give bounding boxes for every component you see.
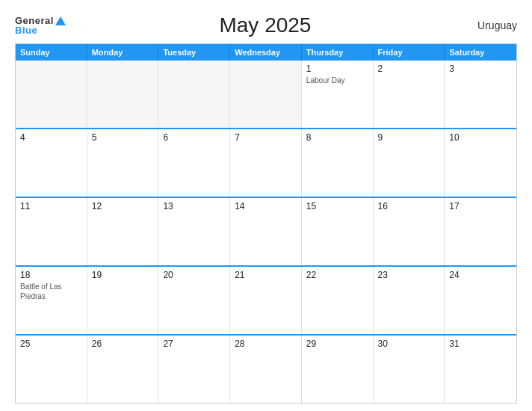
calendar-cell: 11 xyxy=(16,198,87,265)
calendar-cell: 6 xyxy=(158,129,230,197)
calendar-cell: 2 xyxy=(374,61,445,128)
calendar-week: 45678910 xyxy=(16,128,516,197)
calendar-header-cell: Saturday xyxy=(445,44,516,61)
calendar-week: 18Battle of Las Piedras192021222324 xyxy=(16,265,516,334)
calendar-cell: 16 xyxy=(374,198,445,265)
day-number: 27 xyxy=(163,339,225,349)
calendar-header-cell: Monday xyxy=(87,44,159,61)
day-number: 29 xyxy=(306,339,368,349)
calendar-week: 1Labour Day23 xyxy=(16,61,516,128)
day-number: 26 xyxy=(92,339,154,349)
calendar-header-cell: Friday xyxy=(374,44,445,61)
logo-blue: Blue xyxy=(15,25,66,35)
calendar-cell: 14 xyxy=(230,198,302,265)
day-number: 18 xyxy=(20,270,82,280)
day-number: 12 xyxy=(92,201,154,211)
calendar-cell xyxy=(16,61,87,128)
calendar-cell: 27 xyxy=(158,336,230,403)
day-number: 5 xyxy=(92,132,154,143)
day-number: 8 xyxy=(306,132,368,143)
day-number: 6 xyxy=(163,132,225,143)
month-title: May 2025 xyxy=(66,13,465,37)
day-number: 22 xyxy=(306,270,368,280)
calendar-header-cell: Tuesday xyxy=(158,44,230,61)
calendar-cell: 3 xyxy=(445,61,516,128)
day-number: 16 xyxy=(378,201,440,211)
day-number: 23 xyxy=(378,270,440,280)
day-number: 14 xyxy=(235,201,297,211)
calendar-body: 1Labour Day23456789101112131415161718Bat… xyxy=(16,61,516,403)
calendar-cell: 15 xyxy=(302,198,374,265)
day-number: 20 xyxy=(163,270,225,280)
day-number: 24 xyxy=(449,270,512,280)
calendar-cell: 29 xyxy=(302,336,374,403)
page: General Blue May 2025 Uruguay SundayMond… xyxy=(0,0,532,411)
day-number: 25 xyxy=(20,339,82,349)
calendar-cell: 10 xyxy=(445,129,516,197)
day-number: 2 xyxy=(378,64,440,74)
day-number: 11 xyxy=(20,201,82,211)
calendar-cell: 18Battle of Las Piedras xyxy=(16,267,87,334)
calendar-cell: 21 xyxy=(230,267,302,334)
calendar-cell: 30 xyxy=(374,336,445,403)
calendar-cell: 12 xyxy=(87,198,159,265)
calendar-cell: 31 xyxy=(445,336,516,403)
calendar-cell: 7 xyxy=(230,129,302,197)
calendar-cell: 8 xyxy=(302,129,374,197)
logo: General Blue xyxy=(15,16,66,35)
calendar-cell: 25 xyxy=(16,336,87,403)
day-number: 3 xyxy=(449,64,512,74)
calendar-cell: 13 xyxy=(158,198,230,265)
day-event: Labour Day xyxy=(306,75,368,85)
calendar-cell: 26 xyxy=(87,336,159,403)
day-number: 13 xyxy=(163,201,225,211)
calendar-cell xyxy=(158,61,230,128)
calendar-cell: 5 xyxy=(87,129,159,197)
calendar-week: 25262728293031 xyxy=(16,334,516,403)
day-number: 1 xyxy=(306,64,368,74)
calendar-cell xyxy=(87,61,159,128)
calendar-header-cell: Wednesday xyxy=(230,44,302,61)
calendar-cell: 4 xyxy=(16,129,87,197)
day-number: 17 xyxy=(449,201,512,211)
calendar-cell: 22 xyxy=(302,267,374,334)
calendar: SundayMondayTuesdayWednesdayThursdayFrid… xyxy=(15,43,517,404)
calendar-cell: 28 xyxy=(230,336,302,403)
day-number: 21 xyxy=(235,270,297,280)
calendar-header: SundayMondayTuesdayWednesdayThursdayFrid… xyxy=(16,44,516,61)
day-event: Battle of Las Piedras xyxy=(20,282,82,301)
day-number: 9 xyxy=(378,132,440,143)
logo-triangle-icon xyxy=(55,16,66,25)
day-number: 4 xyxy=(20,132,82,143)
calendar-cell: 23 xyxy=(374,267,445,334)
calendar-header-cell: Thursday xyxy=(302,44,374,61)
calendar-cell: 20 xyxy=(158,267,230,334)
calendar-cell: 17 xyxy=(445,198,516,265)
calendar-cell: 24 xyxy=(445,267,516,334)
calendar-cell: 1Labour Day xyxy=(302,61,374,128)
calendar-cell: 19 xyxy=(87,267,159,334)
calendar-header-cell: Sunday xyxy=(16,44,87,61)
day-number: 28 xyxy=(235,339,297,349)
day-number: 31 xyxy=(449,339,512,349)
calendar-cell: 9 xyxy=(374,129,445,197)
day-number: 7 xyxy=(235,132,297,143)
country-label: Uruguay xyxy=(465,19,517,31)
header: General Blue May 2025 Uruguay xyxy=(15,13,517,37)
day-number: 15 xyxy=(306,201,368,211)
calendar-week: 11121314151617 xyxy=(16,197,516,265)
calendar-cell xyxy=(230,61,302,128)
day-number: 10 xyxy=(449,132,512,143)
day-number: 30 xyxy=(378,339,440,349)
day-number: 19 xyxy=(92,270,154,280)
